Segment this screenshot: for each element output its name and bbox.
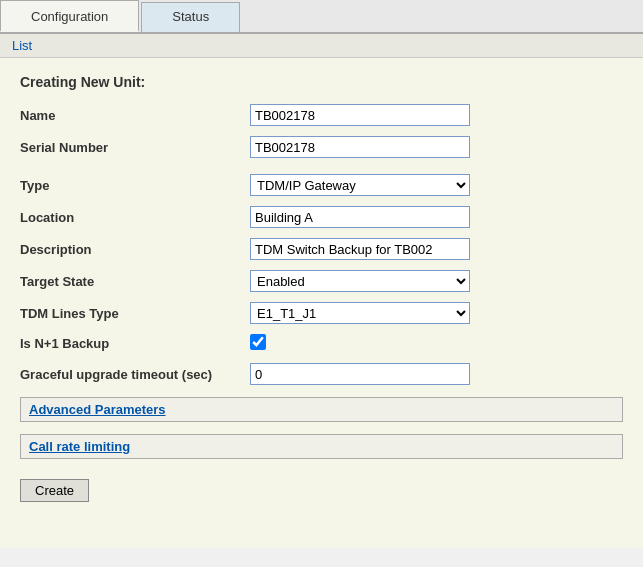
list-link[interactable]: List — [12, 38, 32, 53]
form-container: Creating New Unit: Name Serial Number Ty… — [0, 58, 643, 548]
field-n1-backup-label: Is N+1 Backup — [20, 336, 250, 351]
field-location-control — [250, 206, 470, 228]
field-type-row: Type TDM/IP Gateway — [20, 174, 623, 196]
call-rate-limiting-section: Call rate limiting — [20, 434, 623, 459]
location-input[interactable] — [250, 206, 470, 228]
field-name-control — [250, 104, 470, 126]
field-n1-backup-control — [250, 334, 470, 353]
n1-backup-checkbox[interactable] — [250, 334, 266, 350]
field-location-row: Location — [20, 206, 623, 228]
field-target-state-row: Target State Enabled — [20, 270, 623, 292]
tdm-lines-select[interactable]: E1_T1_J1 — [250, 302, 470, 324]
breadcrumb: List — [0, 34, 643, 58]
field-graceful-row: Graceful upgrade timeout (sec) — [20, 363, 623, 385]
field-serial-label: Serial Number — [20, 140, 250, 155]
field-target-state-label: Target State — [20, 274, 250, 289]
field-serial-control — [250, 136, 470, 158]
field-tdm-lines-control: E1_T1_J1 — [250, 302, 470, 324]
graceful-timeout-input[interactable] — [250, 363, 470, 385]
tab-bar: Configuration Status — [0, 0, 643, 34]
type-select[interactable]: TDM/IP Gateway — [250, 174, 470, 196]
submit-row: Create — [20, 469, 623, 502]
description-input[interactable] — [250, 238, 470, 260]
target-state-select[interactable]: Enabled — [250, 270, 470, 292]
tab-configuration[interactable]: Configuration — [0, 0, 139, 32]
field-description-label: Description — [20, 242, 250, 257]
field-location-label: Location — [20, 210, 250, 225]
tabs-container: Configuration Status — [0, 0, 643, 34]
field-graceful-label: Graceful upgrade timeout (sec) — [20, 367, 250, 382]
field-tdm-lines-label: TDM Lines Type — [20, 306, 250, 321]
field-description-control — [250, 238, 470, 260]
advanced-parameters-link[interactable]: Advanced Parameters — [29, 402, 166, 417]
call-rate-limiting-link[interactable]: Call rate limiting — [29, 439, 130, 454]
field-type-control: TDM/IP Gateway — [250, 174, 470, 196]
create-button[interactable]: Create — [20, 479, 89, 502]
field-name-row: Name — [20, 104, 623, 126]
tab-status[interactable]: Status — [141, 2, 240, 32]
form-title: Creating New Unit: — [20, 74, 623, 90]
field-n1-backup-row: Is N+1 Backup — [20, 334, 623, 353]
field-type-label: Type — [20, 178, 250, 193]
serial-number-input[interactable] — [250, 136, 470, 158]
field-serial-row: Serial Number — [20, 136, 623, 158]
field-graceful-control — [250, 363, 470, 385]
field-target-state-control: Enabled — [250, 270, 470, 292]
field-name-label: Name — [20, 108, 250, 123]
field-description-row: Description — [20, 238, 623, 260]
advanced-parameters-section: Advanced Parameters — [20, 397, 623, 422]
name-input[interactable] — [250, 104, 470, 126]
field-tdm-lines-row: TDM Lines Type E1_T1_J1 — [20, 302, 623, 324]
